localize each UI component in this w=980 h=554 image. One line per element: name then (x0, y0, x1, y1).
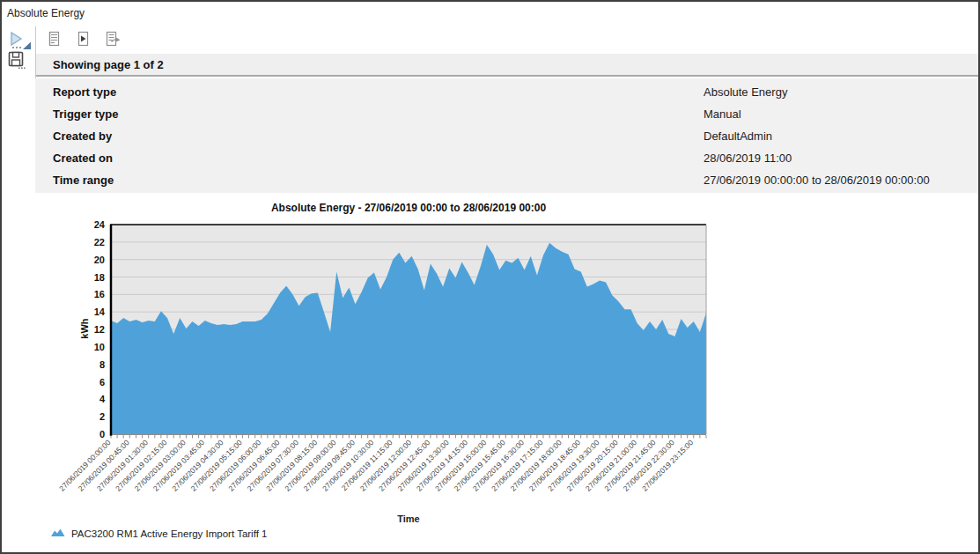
svg-text:6: 6 (99, 377, 105, 388)
run-report-document-icon (75, 31, 91, 50)
meta-row-created-on: Created on 28/06/2019 11:00 (35, 147, 978, 169)
svg-text:22: 22 (94, 237, 105, 247)
meta-row-created-by: Created by DefaultAdmin (35, 125, 978, 147)
report-metadata: Report type Absolute Energy Trigger type… (35, 78, 978, 193)
svg-text:16: 16 (94, 289, 105, 299)
run-report-button[interactable] (9, 31, 32, 52)
meta-value: DefaultAdmin (704, 129, 772, 143)
meta-value: Absolute Energy (704, 85, 787, 99)
legend-series-label: PAC3200 RM1 Active Energy Import Tariff … (71, 528, 267, 539)
meta-label: Created by (53, 129, 112, 143)
page-status-text: Showing page 1 of 2 (53, 58, 164, 71)
svg-text:2: 2 (99, 411, 105, 422)
chart-title: Absolute Energy - 27/06/2019 00:00 to 28… (111, 202, 706, 214)
svg-text:12: 12 (94, 324, 105, 335)
svg-text:0: 0 (99, 429, 105, 440)
report-window: Absolute Energy (0, 0, 980, 554)
report-preview-button[interactable] (45, 32, 63, 49)
meta-value: 28/06/2019 11:00 (704, 151, 792, 165)
svg-text:20: 20 (94, 255, 105, 265)
meta-label: Trigger type (53, 107, 118, 121)
report-preview-icon (46, 31, 62, 50)
meta-row-trigger-type: Trigger type Manual (35, 103, 978, 125)
report-toolbar (36, 26, 978, 54)
meta-row-report-type: Report type Absolute Energy (35, 81, 978, 103)
y-axis-label: kWh (79, 302, 90, 355)
save-icon (8, 58, 27, 73)
page-status-bar: Showing page 1 of 2 (36, 54, 978, 77)
save-button[interactable] (8, 51, 27, 70)
chart-legend: PAC3200 RM1 Active Energy Import Tariff … (51, 528, 267, 539)
svg-text:8: 8 (99, 359, 105, 370)
svg-text:24: 24 (94, 219, 106, 230)
energy-area-chart: 02468101214161820222427/06/2019 00:00:00… (35, 218, 951, 526)
meta-label: Report type (53, 85, 116, 99)
svg-text:10: 10 (94, 342, 105, 352)
run-report-document-button[interactable] (74, 32, 92, 49)
area-series-icon (51, 528, 65, 539)
window-title: Absolute Energy (7, 7, 85, 19)
x-axis-label: Time (111, 513, 706, 524)
svg-text:14: 14 (94, 307, 106, 317)
meta-label: Time range (53, 174, 114, 187)
svg-text:4: 4 (99, 394, 106, 404)
meta-row-time-range: Time range 27/06/2019 00:00:00 to 28/06/… (35, 169, 978, 191)
meta-value: 27/06/2019 00:00:00 to 28/06/2019 00:00:… (704, 174, 930, 187)
export-report-icon (104, 31, 121, 50)
meta-label: Created on (53, 151, 113, 165)
meta-value: Manual (704, 107, 741, 121)
export-report-button[interactable] (103, 32, 121, 49)
svg-text:18: 18 (94, 272, 105, 283)
